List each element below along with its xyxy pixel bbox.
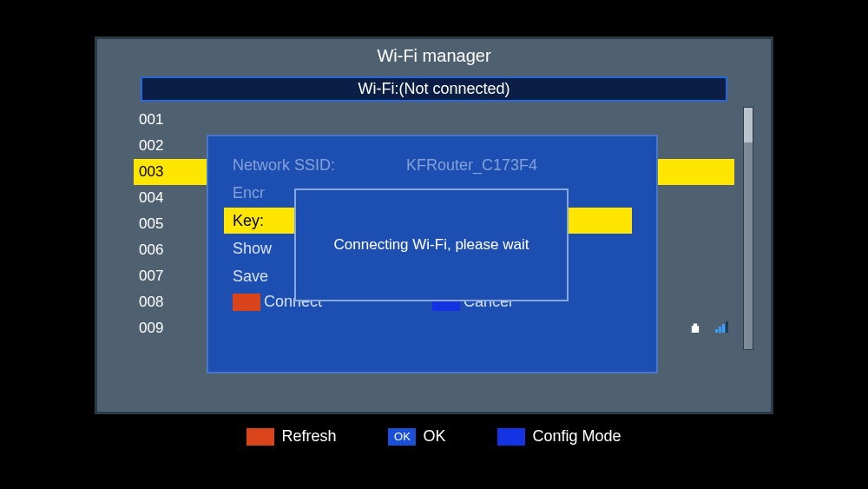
row-index: 004 [139,189,208,207]
scrollbar-thumb[interactable] [744,108,753,142]
page-title: Wi-Fi manager [97,39,771,75]
list-item[interactable]: 001 [134,107,734,133]
legend-ok-label: OK [423,427,445,446]
legend-ok: OK OK [388,427,445,446]
button-legend: Refresh OK OK Config Mode [95,427,773,446]
connection-status: Wi-Fi:(Not connected) [141,76,727,102]
red-key-icon [247,428,274,446]
connecting-message: Connecting Wi-Fi, please wait [334,236,529,254]
row-index: 001 [139,111,208,129]
row-index: 002 [139,137,208,155]
row-index: 007 [139,268,208,285]
red-key-icon [233,294,260,311]
lock-icon [682,320,708,337]
legend-refresh: Refresh [247,427,336,446]
row-index: 009 [139,320,208,337]
ssid-value: KFRouter_C173F4 [406,156,632,175]
signal-icon [708,320,734,337]
legend-refresh-label: Refresh [281,427,336,446]
connecting-popup: Connecting Wi-Fi, please wait [294,188,569,301]
legend-config-label: Config Mode [532,427,621,446]
row-index: 003 [139,163,208,181]
row-index: 006 [139,241,208,259]
legend-config: Config Mode [497,427,621,446]
row-index: 008 [139,294,208,311]
ssid-label: Network SSID: [233,156,406,175]
scrollbar[interactable] [743,107,753,350]
row-index: 005 [139,215,208,233]
blue-key-icon [497,428,525,446]
ok-key-icon: OK [388,428,416,446]
